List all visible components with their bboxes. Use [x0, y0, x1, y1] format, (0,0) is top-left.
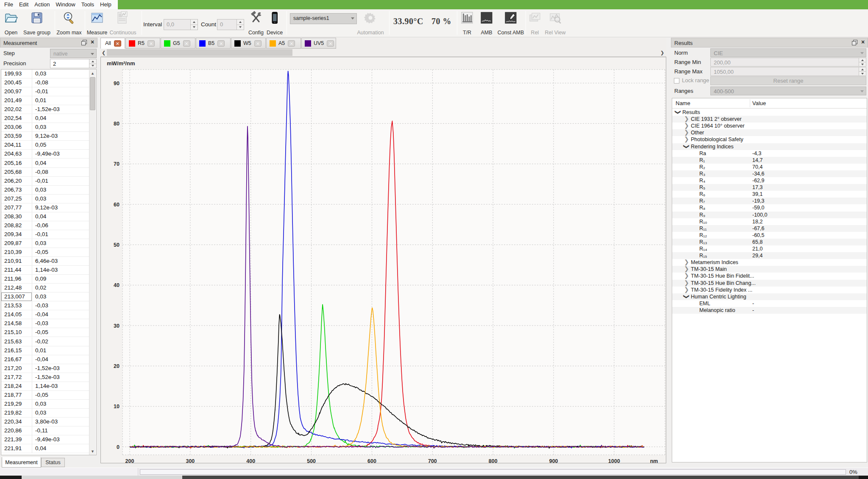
table-row[interactable]: 207,779,12e-03 [1, 203, 89, 212]
table-row[interactable]: 211,960,09 [1, 275, 89, 284]
menu-window[interactable]: Window [53, 0, 78, 9]
chart-tab-a5[interactable]: A5✕ [266, 38, 301, 49]
config-button[interactable]: Config [245, 11, 267, 25]
const-amb-button[interactable]: Const AMB [497, 11, 525, 25]
scroll-down-icon[interactable]: ▼ [89, 448, 96, 455]
table-row[interactable]: 209,34-0,01 [1, 230, 89, 239]
tree-row[interactable]: R₁14,7 [672, 157, 867, 164]
tree-row[interactable]: R₈-59,0 [672, 204, 867, 211]
amb-button[interactable]: AMB [478, 11, 495, 25]
tree-row[interactable]: ❯Metamerism Indices [672, 259, 867, 266]
tree-row[interactable]: R₁₂-60,5 [672, 232, 867, 239]
table-row[interactable]: 214,05-0,04 [1, 310, 89, 319]
table-row[interactable]: 219,820,03 [1, 409, 89, 418]
tree-header-name[interactable]: Name [676, 100, 690, 106]
close-tab-icon[interactable]: ✕ [217, 40, 225, 47]
range-max-spinbox[interactable]: 1050,00 [710, 67, 866, 76]
sample-series-combobox[interactable]: sample-series1 [290, 13, 357, 24]
tree-row[interactable]: R₃-34,6 [672, 170, 867, 177]
menu-help[interactable]: Help [97, 0, 114, 9]
table-row[interactable]: 212,480,02 [1, 284, 89, 292]
t-r-button[interactable]: T/R [459, 11, 476, 25]
tree-header-value[interactable]: Value [752, 100, 766, 106]
table-vertical-scrollbar[interactable]: ▲▼ [89, 70, 96, 455]
tree-row[interactable]: ❯TM-30-15 Fidelity Index ... [672, 287, 867, 293]
tree-row[interactable]: R₂70,4 [672, 164, 867, 170]
chart-tab-all[interactable]: All✕ [100, 38, 125, 49]
tree-row[interactable]: R₉-100,0 [672, 212, 867, 218]
table-row[interactable]: 211,441,14e-03 [1, 266, 89, 275]
menu-file[interactable]: File [1, 0, 16, 9]
table-row[interactable]: 204,63-9,49e-03 [1, 150, 89, 159]
measurement-table[interactable]: 199,930,03200,45-0,08200,97-0,01201,490,… [1, 69, 97, 455]
table-row[interactable]: 215,63-0,02 [1, 337, 89, 346]
table-row[interactable]: 220,343,80e-03 [1, 418, 89, 426]
table-row[interactable]: 216,150,01 [1, 346, 89, 355]
tree-row[interactable]: ❯Other [672, 129, 867, 136]
menu-action[interactable]: Action [31, 0, 53, 9]
scroll-thumb[interactable] [90, 77, 95, 110]
lock-range-checkbox[interactable] [674, 78, 679, 84]
reset-range-button[interactable]: Reset range [710, 76, 866, 85]
tree-row[interactable]: ❯Results [672, 109, 867, 116]
tab-scroll-thumb[interactable] [107, 49, 292, 56]
table-row[interactable]: 210,39-0,05 [1, 248, 89, 257]
ranges-combobox[interactable]: 400-500 [710, 86, 866, 95]
float-icon[interactable] [81, 39, 87, 45]
table-row[interactable]: 206,20-0,01 [1, 177, 89, 186]
table-row[interactable]: 200,97-0,01 [1, 87, 89, 96]
float-icon[interactable] [851, 39, 857, 45]
tree-row[interactable]: R₇-19,3 [672, 198, 867, 204]
tree-row[interactable]: R₆39,1 [672, 191, 867, 198]
table-row[interactable]: 201,490,01 [1, 96, 89, 105]
tab-status[interactable]: Status [41, 458, 65, 467]
table-row[interactable]: 209,870,03 [1, 239, 89, 248]
table-row[interactable]: 215,10-0,05 [1, 328, 89, 337]
tree-row[interactable]: ❯TM-30-15 Main [672, 266, 867, 273]
tree-row[interactable]: R₁₃65,8 [672, 239, 867, 245]
table-row[interactable]: 221,910,04 [1, 444, 89, 453]
tree-row[interactable]: R₁₁-67,6 [672, 225, 867, 232]
table-row[interactable]: 208,82-0,06 [1, 221, 89, 230]
table-row[interactable]: 204,110,05 [1, 141, 89, 150]
device-button[interactable]: Device [265, 11, 284, 25]
table-row[interactable]: 208,300,04 [1, 212, 89, 221]
close-tab-icon[interactable]: ✕ [288, 40, 295, 47]
close-tab-icon[interactable]: ✕ [114, 40, 121, 47]
table-row[interactable]: 219,290,03 [1, 400, 89, 409]
table-row[interactable]: 202,540,04 [1, 114, 89, 123]
interval-spinbox[interactable]: 0,0 [164, 19, 198, 30]
table-row[interactable]: 217,20-1,52e-03 [1, 364, 89, 373]
open-button[interactable]: Open [3, 11, 19, 25]
table-row[interactable]: 205,68-0,08 [1, 168, 89, 177]
range-min-spinbox[interactable]: 200,00 [710, 58, 866, 67]
tree-row[interactable]: ❯Photobiological Safety [672, 136, 867, 143]
step-combobox[interactable]: native [50, 49, 97, 58]
tree-row[interactable]: R₁₀18,2 [672, 218, 867, 225]
tree-row[interactable]: Ra-4,3 [672, 150, 867, 157]
chart-tab-uv5[interactable]: UV5✕ [301, 38, 336, 49]
tree-row[interactable]: ❯CIE 1931 2° observer [672, 116, 867, 123]
table-row[interactable]: 217,72-1,52e-03 [1, 373, 89, 382]
chart-tab-w5[interactable]: W5✕ [231, 38, 266, 49]
table-row[interactable]: 199,930,03 [1, 70, 89, 78]
spectra-chart[interactable]: 2003004005006007008009001000010203040506… [100, 57, 666, 463]
tree-row[interactable]: Melanopic ratio- [672, 307, 867, 314]
tree-row[interactable]: R₁₄21,0 [672, 245, 867, 252]
table-row[interactable]: 206,730,03 [1, 186, 89, 195]
table-row[interactable]: 214,58-0,03 [1, 319, 89, 328]
zoom-max-button[interactable]: Zoom max [56, 11, 82, 25]
table-row[interactable]: 213,53-0,03 [1, 301, 89, 310]
save-group-button[interactable]: Save group [20, 11, 53, 25]
chart-tab-b5[interactable]: B5✕ [196, 38, 231, 49]
table-row[interactable]: 207,250,03 [1, 195, 89, 203]
precision-spinbox[interactable]: 2 [50, 59, 97, 68]
tree-row[interactable]: EML- [672, 300, 867, 307]
table-row[interactable]: 202,02-1,52e-03 [1, 105, 89, 114]
tab-measurement[interactable]: Measurement [2, 457, 41, 468]
tab-scroll-right-icon[interactable]: ❯ [659, 49, 665, 56]
close-tab-icon[interactable]: ✕ [254, 40, 262, 47]
chart-tab-r5[interactable]: R5✕ [125, 38, 160, 49]
results-tree[interactable]: NameValue❯Results❯CIE 1931 2° observer❯C… [672, 98, 867, 462]
measure-button[interactable]: Measure [86, 11, 108, 25]
